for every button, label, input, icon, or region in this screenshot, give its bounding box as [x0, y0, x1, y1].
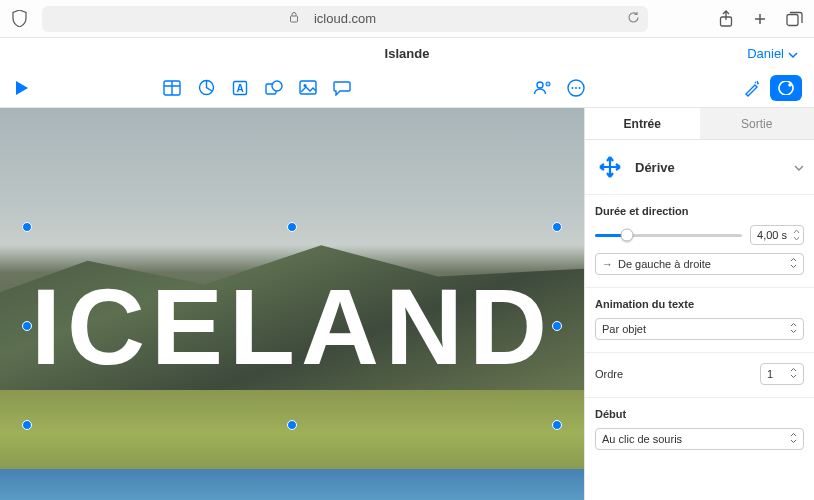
user-name: Daniel	[747, 46, 784, 61]
duration-field[interactable]: 4,00 s	[750, 225, 804, 245]
text-anim-value: Par objet	[602, 323, 646, 335]
slide-canvas[interactable]: ICELAND	[0, 108, 584, 500]
user-menu[interactable]: Daniel	[747, 46, 798, 61]
resize-handle[interactable]	[287, 222, 297, 232]
drift-effect-icon	[595, 152, 625, 182]
effect-name: Dérive	[635, 160, 784, 175]
svg-rect-0	[291, 16, 298, 22]
svg-point-14	[572, 87, 574, 89]
order-value: 1	[767, 368, 773, 380]
svg-point-17	[788, 83, 792, 87]
document-title: Islande	[385, 46, 430, 61]
start-section-title: Début	[595, 408, 804, 420]
more-icon[interactable]	[566, 78, 586, 98]
stepper-icon[interactable]	[793, 227, 801, 243]
start-select[interactable]: Au clic de souris	[595, 428, 804, 450]
format-brush-icon[interactable]	[742, 78, 762, 98]
resize-handle[interactable]	[22, 222, 32, 232]
slide-title-text[interactable]: ICELAND	[31, 264, 553, 389]
privacy-shield-icon[interactable]	[10, 10, 28, 28]
address-bar[interactable]: icloud.com	[42, 6, 648, 32]
chart-icon[interactable]	[196, 78, 216, 98]
resize-handle[interactable]	[22, 321, 32, 331]
effect-selector[interactable]: Dérive	[585, 140, 814, 195]
play-icon[interactable]	[12, 78, 32, 98]
resize-handle[interactable]	[552, 222, 562, 232]
svg-point-8	[272, 81, 282, 91]
chevron-updown-icon	[790, 322, 797, 336]
collaborate-icon[interactable]	[532, 78, 552, 98]
resize-handle[interactable]	[552, 420, 562, 430]
svg-point-16	[579, 87, 581, 89]
comment-icon[interactable]	[332, 78, 352, 98]
tabs-overview-icon[interactable]	[784, 9, 804, 29]
image-icon[interactable]	[298, 78, 318, 98]
arrow-right-icon: →	[602, 258, 613, 270]
browser-toolbar: icloud.com	[0, 0, 814, 38]
text-anim-select[interactable]: Par objet	[595, 318, 804, 340]
order-select[interactable]: 1	[760, 363, 804, 385]
svg-text:A: A	[236, 83, 243, 94]
shape-icon[interactable]	[264, 78, 284, 98]
duration-section-title: Durée et direction	[595, 205, 804, 217]
new-tab-icon[interactable]	[750, 9, 770, 29]
app-toolbar: A	[0, 68, 814, 108]
share-icon[interactable]	[716, 9, 736, 29]
tab-build-in[interactable]: Entrée	[585, 108, 700, 139]
document-header: Islande Daniel	[0, 38, 814, 68]
refresh-icon[interactable]	[627, 11, 640, 27]
direction-value: De gauche à droite	[618, 258, 711, 270]
start-value: Au clic de souris	[602, 433, 682, 445]
text-anim-section-title: Animation du texte	[595, 298, 804, 310]
text-icon[interactable]: A	[230, 78, 250, 98]
tab-build-out[interactable]: Sortie	[700, 108, 815, 139]
chevron-updown-icon	[790, 367, 797, 381]
url-text: icloud.com	[314, 11, 376, 26]
table-icon[interactable]	[162, 78, 182, 98]
animate-button[interactable]	[770, 75, 802, 101]
chevron-down-icon	[794, 160, 804, 174]
svg-point-15	[575, 87, 577, 89]
duration-value: 4,00 s	[757, 229, 787, 241]
resize-handle[interactable]	[287, 420, 297, 430]
chevron-updown-icon	[790, 432, 797, 446]
chevron-down-icon	[788, 46, 798, 61]
chevron-updown-icon	[790, 257, 797, 271]
order-label: Ordre	[595, 368, 752, 380]
duration-slider[interactable]	[595, 234, 742, 237]
resize-handle[interactable]	[552, 321, 562, 331]
selection-box[interactable]: ICELAND	[26, 226, 558, 426]
resize-handle[interactable]	[22, 420, 32, 430]
direction-select[interactable]: → De gauche à droite	[595, 253, 804, 275]
svg-rect-9	[300, 81, 316, 94]
svg-rect-2	[787, 14, 798, 25]
animation-inspector: Entrée Sortie Dérive Durée et direction	[584, 108, 814, 500]
slider-thumb[interactable]	[621, 229, 634, 242]
lock-icon	[289, 11, 299, 26]
svg-point-11	[537, 82, 543, 88]
